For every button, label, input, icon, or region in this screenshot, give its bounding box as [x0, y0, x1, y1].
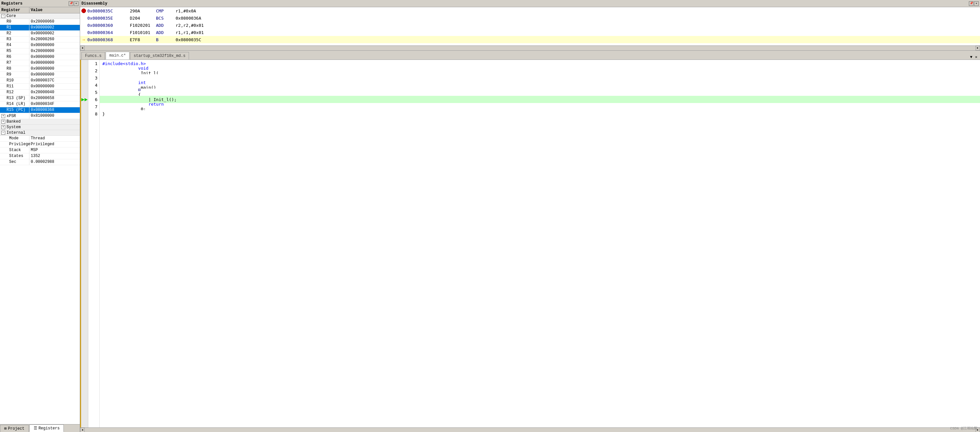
code-line-7[interactable]: return 0; — [100, 103, 980, 110]
code-line-8[interactable]: } — [100, 110, 980, 117]
code-line-3[interactable] — [100, 74, 980, 81]
code-line-1[interactable]: #include<stdio.h> — [100, 60, 980, 67]
reg-row-r13[interactable]: R13 (SP) 0x20000658 — [0, 96, 80, 101]
registers-pin-button[interactable]: 📌 — [69, 1, 73, 6]
dis-row-4[interactable]: ⇒ 0x08000368 E7F8 B 0x0800035C — [80, 36, 980, 43]
reg-row-r8[interactable]: R8 0x00000000 — [0, 66, 80, 72]
reg-row-r7[interactable]: R7 0x00000000 — [0, 60, 80, 66]
reg-name-r10: R10 — [0, 78, 29, 83]
code-hscroll[interactable]: ◄ ► — [80, 427, 980, 432]
core-expand-icon[interactable]: − — [1, 14, 5, 18]
reg-row-r15[interactable]: R15 (PC) 0x08000368 — [0, 107, 80, 113]
dis-addr-3: 0x08000364 — [87, 30, 130, 35]
dis-mnemonic-2: ADD — [156, 23, 176, 28]
code-lines-area[interactable]: #include<stdio.h> extern void Init_l( vo… — [100, 60, 980, 427]
reg-group-internal[interactable]: − Internal — [0, 130, 80, 136]
dis-row-1[interactable]: 0x0800035E D204 BCS 0x0800036A — [80, 14, 980, 22]
tab-registers[interactable]: ☰ Registers — [29, 424, 64, 432]
code-panel: Funcs.s main.c* startup_stm32f10x_md.s ▼… — [80, 51, 980, 432]
disassembly-panel: Disassembly 📌 ✕ 0x0800035C 290A CMP — [80, 0, 980, 51]
disassembly-pin-button[interactable]: 📌 — [969, 1, 974, 6]
dis-row-5[interactable]: 0x0800036A BF00 NOP — [80, 43, 980, 45]
project-icon: ⊞ — [4, 426, 6, 431]
register-list[interactable]: − Core R0 0x20000060 R1 0x00000002 R2 0x… — [0, 13, 80, 424]
banked-group-label: Banked — [6, 120, 21, 124]
reg-value-r7: 0x00000000 — [29, 60, 80, 66]
linenum-5: 5 — [88, 89, 99, 96]
reg-name-r9: R9 — [0, 72, 29, 78]
code-tabs-bar: Funcs.s main.c* startup_stm32f10x_md.s ▼… — [80, 51, 980, 60]
reg-row-r11[interactable]: R11 0x00000000 — [0, 84, 80, 89]
reg-sub-states[interactable]: States 1352 — [0, 153, 80, 159]
reg-row-xpsr[interactable]: +xPSR 0x81000000 — [0, 113, 80, 119]
ind-2 — [81, 67, 88, 74]
tab-dropdown-button[interactable]: ▼ — [969, 55, 974, 59]
reg-row-r3[interactable]: R3 0x20000260 — [0, 37, 80, 43]
tab-startup-s[interactable]: startup_stm32f10x_md.s — [130, 52, 189, 59]
reg-value-r3: 0x20000260 — [29, 37, 80, 42]
dis-indicator-4: ⇒ — [80, 36, 87, 43]
dis-operands-3: r1,r1,#0x01 — [176, 30, 980, 35]
reg-row-r4[interactable]: R4 0x00000000 — [0, 43, 80, 48]
reg-row-r14[interactable]: R14 (LR) 0x0800034F — [0, 101, 80, 107]
reg-row-r5[interactable]: R5 0x20000000 — [0, 48, 80, 54]
disassembly-title: Disassembly — [81, 1, 107, 6]
registers-close-button[interactable]: ✕ — [74, 1, 78, 6]
xpsr-expand-icon[interactable]: + — [1, 114, 5, 118]
banked-expand-icon[interactable]: + — [1, 120, 5, 124]
hscroll-right[interactable]: ► — [975, 46, 980, 50]
right-panel: Disassembly 📌 ✕ 0x0800035C 290A CMP — [80, 0, 980, 432]
dis-row-2[interactable]: 0x08000360 F1020201 ADD r2,r2,#0x01 — [80, 22, 980, 29]
tab-close-button[interactable]: ✕ — [974, 54, 979, 59]
dis-addr-2: 0x08000360 — [87, 23, 130, 28]
linenum-6: 6 — [88, 96, 99, 103]
reg-sub-mode[interactable]: Mode Thread — [0, 136, 80, 142]
dis-row-3[interactable]: 0x08000364 F1010101 ADD r1,r1,#0x01 — [80, 29, 980, 36]
ind-3 — [81, 74, 88, 81]
reg-name-r6: R6 — [0, 54, 29, 60]
code-line-4[interactable]: int main() — [100, 81, 980, 89]
internal-expand-icon[interactable]: − — [1, 131, 5, 135]
tab-project[interactable]: ⊞ Project — [0, 425, 29, 432]
reg-group-system[interactable]: + System — [0, 124, 80, 130]
code-line-6[interactable]: | Init_l(); — [100, 96, 980, 103]
reg-row-r10[interactable]: R10 0x0800037C — [0, 78, 80, 84]
internal-group-label: Internal — [6, 131, 25, 135]
ind-8 — [81, 110, 88, 117]
dis-indicator-1 — [80, 15, 87, 21]
tab-main-c[interactable]: main.c* — [106, 52, 129, 59]
reg-row-r9[interactable]: R9 0x00000000 — [0, 72, 80, 78]
code-line-5[interactable]: ⊟ { — [100, 89, 980, 96]
linenum-4: 4 — [88, 81, 99, 89]
reg-sub-stack[interactable]: Stack MSP — [0, 147, 80, 153]
dis-opcode-0: 290A — [130, 8, 156, 13]
reg-sub-privilege[interactable]: Privilege Privileged — [0, 142, 80, 147]
hscroll-track[interactable] — [85, 46, 975, 50]
disassembly-hscroll[interactable]: ◄ ► — [80, 45, 980, 50]
reg-group-core[interactable]: − Core — [0, 13, 80, 19]
reg-group-banked[interactable]: + Banked — [0, 119, 80, 124]
ind-7 — [81, 103, 88, 110]
disassembly-close-button[interactable]: ✕ — [974, 1, 979, 6]
reg-name-r4: R4 — [0, 43, 29, 48]
hscroll-left[interactable]: ◄ — [80, 46, 85, 50]
code-hscroll-left[interactable]: ◄ — [80, 428, 85, 432]
registers-titlebar: Registers 📌 ✕ — [0, 0, 80, 7]
dis-row-0[interactable]: 0x0800035C 290A CMP r1,#0x0A — [80, 7, 980, 14]
reg-row-r2[interactable]: R2 0x00000002 — [0, 31, 80, 37]
reg-row-r0[interactable]: R0 0x20000060 — [0, 19, 80, 25]
breakpoint-icon-0[interactable] — [81, 8, 86, 13]
system-expand-icon[interactable]: + — [1, 125, 5, 129]
code-line-2[interactable]: extern void Init_l( void ); — [100, 67, 980, 74]
reg-sub-sec[interactable]: Sec 0.00002988 — [0, 159, 80, 165]
disassembly-content[interactable]: 0x0800035C 290A CMP r1,#0x0A 0x0800035E … — [80, 7, 980, 45]
reg-name-r11: R11 — [0, 84, 29, 89]
reg-row-r6[interactable]: R6 0x00000000 — [0, 54, 80, 60]
reg-value-r2: 0x00000002 — [29, 31, 80, 36]
reg-row-r12[interactable]: R12 0x20000040 — [0, 89, 80, 96]
reg-name-r5: R5 — [0, 48, 29, 54]
tab-funcs-s[interactable]: Funcs.s — [81, 52, 105, 59]
reg-row-r1[interactable]: R1 0x00000002 — [0, 25, 80, 31]
tab-registers-label: Registers — [38, 426, 60, 431]
code-hscroll-track[interactable] — [85, 428, 975, 432]
